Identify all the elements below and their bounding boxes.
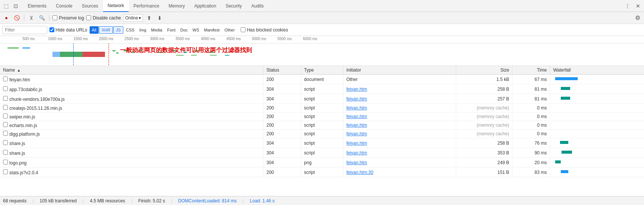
col-type-header[interactable]: Type: [301, 66, 343, 75]
search-button[interactable]: 🔍: [38, 14, 46, 22]
preserve-log-label[interactable]: Preserve log: [52, 15, 84, 21]
network-table[interactable]: Name ▲ Status Type Initiator Size Time W…: [0, 66, 644, 196]
table-row[interactable]: digg.platform.js200scriptfeiyan.htm(memo…: [0, 130, 644, 138]
row-checkbox[interactable]: [3, 114, 8, 118]
col-initiator-header[interactable]: Initiator: [343, 66, 456, 75]
tab-console[interactable]: Console: [51, 0, 77, 12]
cell-initiator[interactable]: feiyan.htm: [343, 138, 456, 148]
col-status-header[interactable]: Status: [263, 66, 301, 75]
cell-size: (memory cache): [456, 112, 512, 121]
filter-media[interactable]: Media: [149, 26, 165, 34]
tab-elements[interactable]: Elements: [23, 0, 51, 12]
row-checkbox[interactable]: [3, 131, 8, 136]
timeline-mark-6000: 6000 ms: [303, 36, 317, 43]
tab-application[interactable]: Application: [190, 0, 221, 12]
table-row[interactable]: createjs-2015.11.26.min.js200scriptfeiya…: [0, 104, 644, 112]
row-checkbox[interactable]: [3, 169, 8, 174]
tab-sources[interactable]: Sources: [77, 0, 103, 12]
filter-font[interactable]: Font: [165, 26, 178, 34]
col-time-header[interactable]: Time: [512, 66, 550, 75]
row-checkbox[interactable]: [3, 160, 8, 165]
cell-size: 258 B: [456, 84, 512, 94]
toolbar: ● 🚫 ⊻ 🔍 Preserve log Disable cache Onlin…: [0, 12, 644, 24]
filter-input[interactable]: [2, 26, 47, 34]
table-row[interactable]: logo.png304pngfeiyan.htm249 B20 ms: [0, 158, 644, 168]
cell-initiator[interactable]: feiyan.htm: [343, 112, 456, 121]
tab-bar-right: ⋮ ✕: [623, 1, 643, 10]
settings-button[interactable]: ⚙: [634, 14, 642, 22]
filter-all[interactable]: All: [90, 26, 99, 34]
row-checkbox[interactable]: [3, 122, 8, 127]
row-checkbox[interactable]: [3, 96, 8, 101]
cell-size: 258 B: [456, 138, 512, 148]
filter-other[interactable]: Other: [222, 26, 237, 34]
table-row[interactable]: stats.js?v2.0.4200scriptfeiyan.htm:30151…: [0, 168, 644, 177]
filter-ws[interactable]: WS: [190, 26, 202, 34]
row-checkbox[interactable]: [3, 76, 8, 81]
record-button[interactable]: ●: [2, 14, 10, 22]
row-checkbox[interactable]: [3, 86, 8, 91]
sort-arrow-name: ▲: [17, 68, 21, 72]
table-row[interactable]: app.73cdab6c.js304scriptfeiyan.htm258 B8…: [0, 84, 644, 94]
has-blocked-cookies-checkbox[interactable]: [241, 27, 246, 32]
col-name-header[interactable]: Name ▲: [0, 66, 263, 75]
table-row[interactable]: feiyan.htm200documentOther1.5 kB67 ms: [0, 75, 644, 84]
cell-initiator[interactable]: feiyan.htm: [343, 130, 456, 138]
table-row[interactable]: share.js304scriptfeiyan.htm258 B76 ms: [0, 138, 644, 148]
hide-data-urls-checkbox[interactable]: [49, 27, 54, 32]
cell-initiator[interactable]: feiyan.htm: [343, 104, 456, 112]
cell-waterfall: [550, 75, 644, 84]
clear-button[interactable]: 🚫: [13, 14, 21, 22]
tab-security[interactable]: Security: [221, 0, 247, 12]
has-blocked-cookies-label[interactable]: Has blocked cookies: [241, 27, 288, 33]
row-checkbox[interactable]: [3, 140, 8, 145]
filter-doc[interactable]: Doc: [178, 26, 190, 34]
row-checkbox[interactable]: [3, 105, 8, 110]
cell-initiator[interactable]: feiyan.htm: [343, 94, 456, 104]
cell-initiator[interactable]: feiyan.htm: [343, 84, 456, 94]
table-row[interactable]: share.js304scriptfeiyan.htm353 B90 ms: [0, 148, 644, 158]
filter-img[interactable]: Img: [137, 26, 148, 34]
export-har-button[interactable]: ⬇: [156, 14, 164, 22]
inspect-icon[interactable]: ⬚: [1, 1, 10, 10]
timeline-area[interactable]: 500 ms 1000 ms 1500 ms 2000 ms 2500 ms 3…: [0, 36, 644, 66]
cell-initiator[interactable]: feiyan.htm: [343, 158, 456, 168]
tab-network[interactable]: Network: [103, 0, 129, 12]
cell-type: script: [301, 148, 343, 158]
cell-initiator[interactable]: feiyan.htm: [343, 121, 456, 130]
tab-performance[interactable]: Performance: [129, 0, 164, 12]
cell-name: feiyan.htm: [0, 75, 263, 84]
import-har-button[interactable]: ⬆: [145, 14, 153, 22]
preserve-log-checkbox[interactable]: [52, 15, 57, 20]
close-devtools-icon[interactable]: ✕: [634, 1, 643, 10]
cell-initiator[interactable]: feiyan.htm:30: [343, 168, 456, 177]
svg-rect-20: [210, 55, 217, 56]
filter-manifest[interactable]: Manifest: [202, 26, 222, 34]
more-tabs-icon[interactable]: ⋮: [623, 1, 632, 10]
col-waterfall-header[interactable]: Waterfall: [550, 66, 644, 75]
row-checkbox[interactable]: [3, 150, 8, 155]
cell-waterfall: [550, 130, 644, 138]
disable-cache-checkbox[interactable]: [86, 15, 91, 20]
table-row[interactable]: swiper.min.js200scriptfeiyan.htm(memory …: [0, 112, 644, 121]
tab-memory[interactable]: Memory: [164, 0, 190, 12]
hide-data-urls-label[interactable]: Hide data URLs: [49, 27, 87, 33]
cell-initiator[interactable]: feiyan.htm: [343, 148, 456, 158]
filter-xhr[interactable]: XHR: [99, 26, 113, 34]
cell-time: 0 ms: [512, 104, 550, 112]
device-toolbar-icon[interactable]: ⊡: [11, 1, 20, 10]
filter-icon[interactable]: ⊻: [27, 14, 36, 22]
timeline-mark-3500: 3500 ms: [175, 36, 190, 43]
requests-table: Name ▲ Status Type Initiator Size Time W…: [0, 66, 644, 177]
table-row[interactable]: echarts.min.js200scriptfeiyan.htm(memory…: [0, 121, 644, 130]
timeline-ruler: 500 ms 1000 ms 1500 ms 2000 ms 2500 ms 3…: [0, 36, 644, 43]
col-size-header[interactable]: Size: [456, 66, 512, 75]
disable-cache-label[interactable]: Disable cache: [86, 15, 121, 21]
filter-js[interactable]: JS: [113, 26, 123, 34]
table-row[interactable]: chunk-vendors.180e700a.js304scriptfeiyan…: [0, 94, 644, 104]
filter-css[interactable]: CSS: [124, 26, 137, 34]
svg-rect-10: [124, 50, 128, 51]
throttle-select[interactable]: Online ▾: [123, 14, 143, 22]
cell-name: echarts.min.js: [0, 121, 263, 130]
tab-audits[interactable]: Audits: [247, 0, 268, 12]
